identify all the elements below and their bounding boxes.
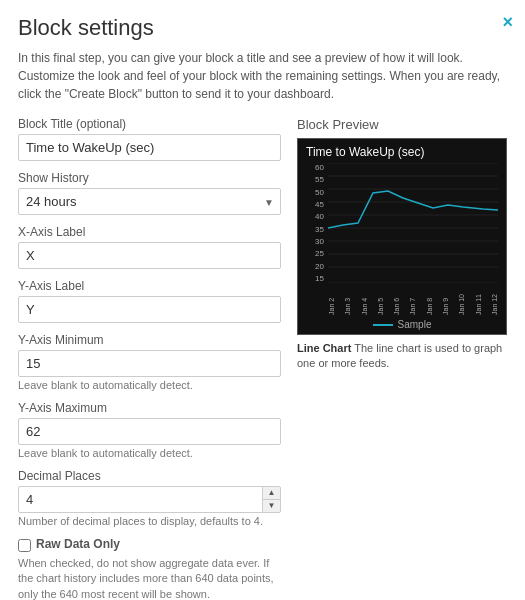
show-history-group: Show History 24 hours 48 hours 72 hours … bbox=[18, 171, 281, 215]
chart-svg bbox=[328, 163, 498, 283]
spinner-down-button[interactable]: ▼ bbox=[262, 500, 280, 512]
y-axis-max-label: Y-Axis Maximum bbox=[18, 401, 281, 415]
block-settings-modal: × Block settings In this final step, you… bbox=[0, 0, 525, 600]
y-axis-max-input[interactable] bbox=[18, 418, 281, 445]
raw-data-row: Raw Data Only bbox=[18, 537, 281, 552]
x-axis-label-label: X-Axis Label bbox=[18, 225, 281, 239]
legend-label: Sample bbox=[398, 319, 432, 330]
legend-line-icon bbox=[373, 324, 393, 326]
y-axis: 60 55 50 45 40 35 30 25 20 15 bbox=[306, 163, 324, 283]
modal-description: In this final step, you can give your bl… bbox=[18, 49, 507, 103]
raw-data-desc: When checked, do not show aggregate data… bbox=[18, 556, 281, 600]
right-column: Block Preview Time to WakeUp (sec) 60 55… bbox=[297, 117, 507, 600]
y-axis-label-label: Y-Axis Label bbox=[18, 279, 281, 293]
y-axis-min-hint: Leave blank to automatically detect. bbox=[18, 379, 281, 391]
y-axis-min-input[interactable] bbox=[18, 350, 281, 377]
modal-title: Block settings bbox=[18, 15, 507, 41]
decimal-places-hint: Number of decimal places to display, def… bbox=[18, 515, 281, 527]
content-row: Block Title (optional) Show History 24 h… bbox=[18, 117, 507, 600]
block-title-label: Block Title (optional) bbox=[18, 117, 281, 131]
decimal-places-label: Decimal Places bbox=[18, 469, 281, 483]
raw-data-label: Raw Data Only bbox=[36, 537, 120, 551]
x-axis-label-group: X-Axis Label bbox=[18, 225, 281, 269]
y-axis-label-input[interactable] bbox=[18, 296, 281, 323]
preview-title: Block Preview bbox=[297, 117, 507, 132]
show-history-label: Show History bbox=[18, 171, 281, 185]
block-title-input[interactable] bbox=[18, 134, 281, 161]
x-axis: Jan 2 Jan 3 Jan 4 Jan 5 Jan 6 Jan 7 Jan … bbox=[328, 285, 498, 315]
x-axis-label-input[interactable] bbox=[18, 242, 281, 269]
chart-container: Time to WakeUp (sec) 60 55 50 45 40 35 3… bbox=[297, 138, 507, 335]
spinner-up-button[interactable]: ▲ bbox=[262, 487, 280, 500]
show-history-wrapper: 24 hours 48 hours 72 hours 1 week ▼ bbox=[18, 188, 281, 215]
y-axis-min-label: Y-Axis Minimum bbox=[18, 333, 281, 347]
y-axis-min-group: Y-Axis Minimum Leave blank to automatica… bbox=[18, 333, 281, 391]
chart-description: Line Chart The line chart is used to gra… bbox=[297, 341, 507, 372]
y-axis-max-hint: Leave blank to automatically detect. bbox=[18, 447, 281, 459]
decimal-places-group: Decimal Places ▲ ▼ Number of decimal pla… bbox=[18, 469, 281, 527]
decimal-places-input[interactable] bbox=[18, 486, 281, 513]
decimal-places-wrapper: ▲ ▼ bbox=[18, 486, 281, 513]
chart-title: Time to WakeUp (sec) bbox=[306, 145, 498, 159]
block-title-group: Block Title (optional) bbox=[18, 117, 281, 161]
left-column: Block Title (optional) Show History 24 h… bbox=[18, 117, 281, 600]
chart-inner: 60 55 50 45 40 35 30 25 20 15 bbox=[306, 163, 498, 283]
y-axis-max-group: Y-Axis Maximum Leave blank to automatica… bbox=[18, 401, 281, 459]
spinner-buttons: ▲ ▼ bbox=[262, 487, 280, 512]
chart-area bbox=[328, 163, 498, 283]
show-history-select[interactable]: 24 hours 48 hours 72 hours 1 week bbox=[18, 188, 281, 215]
close-button[interactable]: × bbox=[502, 12, 513, 33]
y-axis-label-group: Y-Axis Label bbox=[18, 279, 281, 323]
chart-legend: Sample bbox=[306, 319, 498, 330]
chart-type: Line Chart bbox=[297, 342, 351, 354]
raw-data-checkbox[interactable] bbox=[18, 539, 31, 552]
